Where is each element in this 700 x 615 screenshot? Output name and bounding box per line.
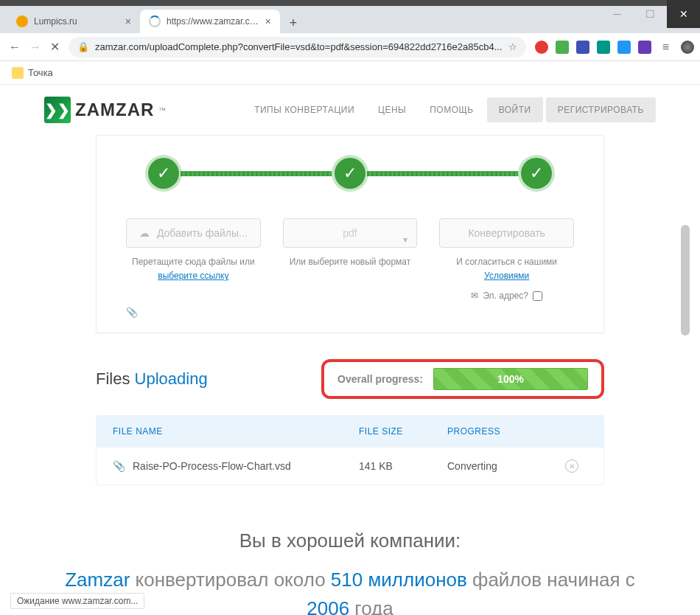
file-size: 141 KB (359, 460, 447, 472)
register-button[interactable]: РЕГИСТРИРОВАТЬ (546, 97, 656, 122)
step-connector (181, 171, 333, 176)
files-table: FILE NAME FILE SIZE PROGRESS 📎Raise-PO-P… (96, 415, 604, 485)
email-checkbox[interactable] (533, 291, 542, 301)
extension-icon[interactable] (597, 41, 610, 54)
steps-indicator: ✓ ✓ ✓ (126, 158, 574, 189)
address-bar[interactable]: 🔒 zamzar.com/uploadComplete.php?convertF… (69, 37, 526, 58)
add-files-button[interactable]: ☁ Добавить файлы... (126, 218, 261, 248)
favicon-icon (16, 15, 28, 27)
file-progress: Converting (447, 460, 565, 472)
nav-conversion-types[interactable]: ТИПЫ КОНВЕРТАЦИИ (244, 99, 365, 121)
step-complete-icon: ✓ (521, 158, 552, 189)
overall-progress: Overall progress: 100% (321, 359, 604, 399)
step-connector (367, 171, 519, 176)
extension-icon[interactable] (576, 41, 589, 54)
close-tab-icon[interactable]: × (265, 15, 271, 27)
format-select[interactable]: pdf (283, 218, 418, 248)
url-text: zamzar.com/uploadComplete.php?convertFil… (95, 41, 503, 52)
converter-card: ✓ ✓ ✓ ☁ Добавить файлы... Перетащите сюд… (96, 135, 604, 333)
close-tab-icon[interactable]: × (125, 15, 131, 27)
extension-icon[interactable] (617, 41, 631, 54)
maximize-button[interactable]: ☐ (634, 0, 667, 28)
nav-help[interactable]: ПОМОЩЬ (419, 99, 483, 121)
attachment-icon: 📎 (113, 460, 125, 472)
convert-button[interactable]: Конвертировать (439, 218, 574, 248)
status-bar: Ожидание www.zamzar.com... (10, 593, 144, 609)
terms-hint: И согласиться с нашими Условиями (439, 255, 574, 283)
logo-text: ZAMZAR (75, 100, 154, 120)
progress-bar: 100% (433, 368, 588, 390)
browser-tab[interactable]: Lumpics.ru × (7, 10, 140, 33)
close-window-button[interactable]: ✕ (667, 0, 700, 28)
browser-tab[interactable]: https://www.zamzar.com/upload × (140, 10, 280, 33)
company-heading: Вы в хорошей компании: (44, 529, 656, 552)
login-button[interactable]: ВОЙТИ (487, 97, 543, 122)
mail-icon: ✉ (471, 291, 478, 301)
file-name: Raise-PO-Process-Flow-Chart.vsd (133, 460, 291, 472)
logo[interactable]: ❯❯ ZAMZAR™ (44, 97, 166, 123)
table-row: 📎Raise-PO-Process-Flow-Chart.vsd 141 KB … (97, 447, 603, 484)
upload-icon: ☁ (139, 227, 150, 239)
col-file-size: FILE SIZE (359, 426, 447, 437)
minimize-button[interactable]: ─ (601, 0, 634, 28)
tab-title: Lumpics.ru (34, 16, 119, 27)
extension-icon[interactable] (638, 41, 651, 54)
extension-icon[interactable] (535, 41, 548, 54)
logo-icon: ❯❯ (44, 97, 71, 123)
extension-icon[interactable] (556, 41, 569, 54)
format-hint: Или выберите новый формат (283, 255, 418, 269)
col-file-name: FILE NAME (113, 426, 359, 437)
loading-spinner-icon (149, 15, 161, 27)
step-complete-icon: ✓ (148, 158, 179, 189)
terms-link[interactable]: Условиями (484, 271, 529, 281)
nav-prices[interactable]: ЦЕНЫ (368, 99, 416, 121)
folder-icon (12, 67, 24, 79)
attach-placeholder-icon: 📎 (126, 307, 574, 318)
new-tab-button[interactable]: + (283, 13, 304, 33)
choose-link[interactable]: выберите ссылку (158, 271, 228, 281)
bookmarks-bar: Точка (0, 61, 700, 85)
files-section-title: Files Uploading (96, 369, 208, 389)
address-bar-row: ← → ✕ 🔒 zamzar.com/uploadComplete.php?co… (0, 33, 700, 61)
progress-label: Overall progress: (337, 373, 423, 385)
reading-list-icon[interactable]: ≡ (659, 40, 673, 55)
step-complete-icon: ✓ (335, 158, 365, 189)
forward-button[interactable]: → (29, 40, 41, 55)
browser-tabs: Lumpics.ru × https://www.zamzar.com/uplo… (0, 6, 700, 33)
col-progress: PROGRESS (447, 426, 565, 437)
email-label: Эл. адрес? (483, 291, 528, 301)
star-icon[interactable]: ☆ (508, 41, 517, 52)
tab-title: https://www.zamzar.com/upload (167, 16, 259, 27)
scrollbar[interactable] (681, 225, 690, 336)
bookmark-item[interactable]: Точка (28, 67, 53, 78)
stop-button[interactable]: ✕ (50, 40, 60, 55)
site-header: ❯❯ ZAMZAR™ ТИПЫ КОНВЕРТАЦИИ ЦЕНЫ ПОМОЩЬ … (0, 85, 700, 135)
remove-file-button[interactable]: ✕ (565, 459, 578, 473)
add-files-hint: Перетащите сюда файлы или выберите ссылк… (126, 255, 261, 283)
lock-icon: 🔒 (77, 41, 89, 52)
avatar-icon[interactable] (681, 41, 694, 54)
back-button[interactable]: ← (9, 40, 21, 55)
